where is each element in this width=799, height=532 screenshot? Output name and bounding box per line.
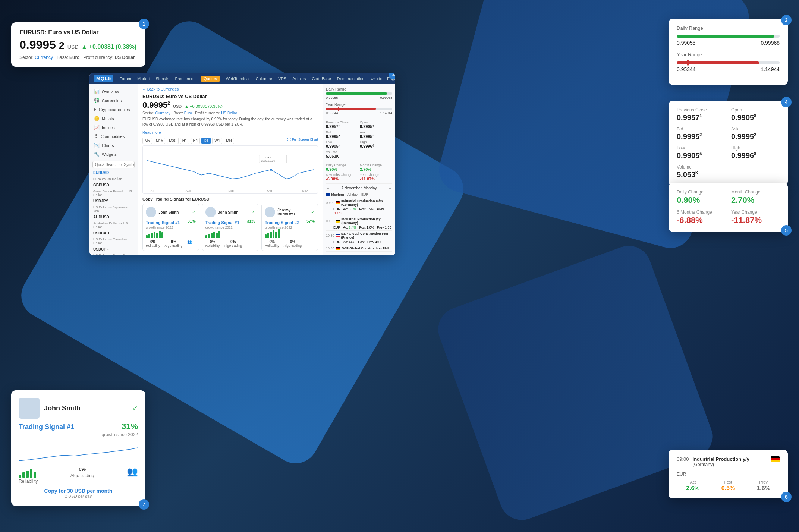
sidebar-item-charts[interactable]: 📉 Charts xyxy=(89,141,138,150)
signal-3-growth: 57% xyxy=(306,219,315,223)
nav-vps[interactable]: VPS xyxy=(278,76,286,81)
ask-value: 0.99952 xyxy=(731,132,780,141)
nav-codebase[interactable]: CodeBase xyxy=(312,76,331,81)
bar xyxy=(146,235,148,238)
signal-2-reliability: 0% Reliability xyxy=(205,240,220,248)
nav-freelancer[interactable]: Freelancer xyxy=(175,76,195,81)
6m-chg-value: -6.88% xyxy=(677,215,725,225)
cal-date: 7 November, Monday xyxy=(341,186,377,190)
currencies-icon: 💱 xyxy=(94,98,100,103)
signal-2-header: John Smith ✓ xyxy=(205,207,255,217)
sidebar-item-crypto[interactable]: ₿ Cryptocurrencies xyxy=(89,105,138,114)
signal-2-name: John Smith xyxy=(218,210,238,214)
nav-forum[interactable]: Forum xyxy=(119,76,131,81)
currency-item-usdjpy[interactable]: USDJPY US Dollar vs Japanese Yen xyxy=(89,198,138,214)
time-d1[interactable]: D1 xyxy=(201,138,211,144)
svg-text:Sep: Sep xyxy=(228,189,234,192)
nav-signals[interactable]: Signals xyxy=(156,76,169,81)
sector-link[interactable]: Currency xyxy=(35,55,53,60)
read-more-link[interactable]: Read more xyxy=(142,130,161,135)
year-range-numbers: 0.95344 1.14944 xyxy=(677,66,780,72)
signal-lg-signal-name: Trading Signal #1 xyxy=(19,423,74,431)
stat-high: High 0.9996⁸ xyxy=(360,140,392,149)
search-input[interactable] xyxy=(93,161,135,168)
stat-bid: Bid 0.9995² xyxy=(326,130,358,139)
fullscreen-chart-link[interactable]: ⛶ Full Screen Chart xyxy=(287,138,318,144)
high-value: 0.99968 xyxy=(731,151,780,160)
daily-range-low: 0.99055 xyxy=(326,96,338,100)
year-range-fill xyxy=(677,61,759,64)
daily-chg-value: 0.90% xyxy=(677,195,725,205)
bar xyxy=(205,235,207,238)
event-header: 09:00 Industrial Production y/y (Germany… xyxy=(677,456,780,467)
bar xyxy=(151,233,153,238)
cal-next-arrow[interactable]: → xyxy=(389,186,392,190)
signal-lg-growth: 31% xyxy=(122,422,138,431)
daily-range-title: Daily Range xyxy=(677,25,780,31)
algo-value: 0% xyxy=(70,466,94,472)
daily-chg-label: Daily Change xyxy=(677,189,725,195)
daily-range-values: 0.99055 0.99968 xyxy=(326,96,392,100)
time-m15[interactable]: M15 xyxy=(154,138,165,144)
bar xyxy=(19,475,21,478)
card-badge-4: 4 xyxy=(781,97,792,107)
nav-quotes[interactable]: Quotes xyxy=(201,76,220,82)
sidebar-item-overview[interactable]: 📊 Overview xyxy=(89,87,138,96)
sidebar-item-currencies[interactable]: 💱 Currencies xyxy=(89,96,138,105)
nav-webterminal[interactable]: WebTerminal xyxy=(226,76,250,81)
currency-item-eurusd[interactable]: EURUSD Euro vs US Dollar xyxy=(89,170,138,182)
bar xyxy=(161,232,163,238)
sidebar-item-commodities[interactable]: 🛢 Commodities xyxy=(89,132,138,141)
mql5-meta-info: Sector: Currency Base: Euro Profit curre… xyxy=(142,111,318,115)
time-h4[interactable]: H4 xyxy=(191,138,200,144)
nav-documentation[interactable]: Documentation xyxy=(337,76,365,81)
germany-flag xyxy=(771,456,780,462)
time-m5[interactable]: M5 xyxy=(142,138,152,144)
cal-prev-arrow[interactable]: ← xyxy=(326,186,330,190)
copy-price-text[interactable]: Copy for 30 USD per month xyxy=(19,488,138,494)
chg-daily: Daily Change 0.90% xyxy=(326,163,358,171)
svg-text:1.0082: 1.0082 xyxy=(261,156,271,160)
event-currency: EUR xyxy=(677,472,780,477)
signal-lg-since: growth since 2022 xyxy=(19,432,138,437)
nav-calendar[interactable]: Calendar xyxy=(256,76,273,81)
back-to-currencies[interactable]: ← Back to Currencies xyxy=(142,87,318,91)
bar xyxy=(26,471,29,478)
signal-3-row: Trading Signal #2 57% xyxy=(265,219,315,226)
currency-item-gbpusd[interactable]: GBPUSD Great Britain Pound to US Dollar xyxy=(89,182,138,198)
sidebar-label-metals: Metals xyxy=(102,116,114,121)
currency-item-audusd[interactable]: AUDUSD Australian Dollar vs US Dollar xyxy=(89,214,138,230)
signal-card-1: John Smith ✓ Trading Signal #1 31% growt… xyxy=(142,204,199,251)
event-stats: Act 2.6% Fcst 0.5% Prev 1.6% xyxy=(677,480,780,492)
bar xyxy=(22,472,25,478)
nav-articles[interactable]: Articles xyxy=(292,76,306,81)
signal-2-check: ✓ xyxy=(251,210,255,215)
chg-6m-block: 6 Months Change -6.88% xyxy=(677,210,725,225)
time-m30[interactable]: M30 xyxy=(167,138,178,144)
currency-item-usdchf[interactable]: USDCHF US Dollar vs Swiss Franc xyxy=(89,246,138,255)
sidebar-label-overview: Overview xyxy=(102,89,119,94)
chart-svg: All Aug Sep Oct Nov 1.0082 2022.10.26 xyxy=(143,146,318,193)
signal-3-name: Jeremy Burmister xyxy=(277,208,309,216)
time-w1[interactable]: W1 xyxy=(212,138,222,144)
symbol-search[interactable]: 🔍 xyxy=(92,161,135,168)
eurusd-price-sup: 2 xyxy=(59,40,65,51)
commodities-icon: 🛢 xyxy=(94,134,98,139)
changes-2col-grid: Daily Change 0.90% Month Change 2.70% 6 … xyxy=(677,189,780,225)
currency-item-usdcad[interactable]: USDCAD US Dollar vs Canadian Dollar xyxy=(89,230,138,246)
time-h1[interactable]: H1 xyxy=(180,138,189,144)
time-mn[interactable]: MN xyxy=(224,138,234,144)
sidebar-item-widgets[interactable]: 🔧 Widgets xyxy=(89,150,138,159)
signal-lg-reliability: Reliability xyxy=(19,466,38,484)
nav-market[interactable]: Market xyxy=(137,76,150,81)
sidebar-item-indices[interactable]: 📈 Indices xyxy=(89,123,138,132)
low-label: Low xyxy=(677,145,725,151)
mql5-profit-currency: US Dollar xyxy=(221,111,237,115)
sidebar-item-metals[interactable]: 🪙 Metals xyxy=(89,114,138,123)
bar xyxy=(154,232,155,238)
signal-2-avatar xyxy=(205,207,216,217)
event-prev: Prev 1.6% xyxy=(747,480,780,492)
signal-3-reliability: 0% Reliability xyxy=(265,240,279,248)
eu-flag xyxy=(326,193,330,196)
signal-2-row: Trading Signal #1 31% xyxy=(205,219,255,226)
